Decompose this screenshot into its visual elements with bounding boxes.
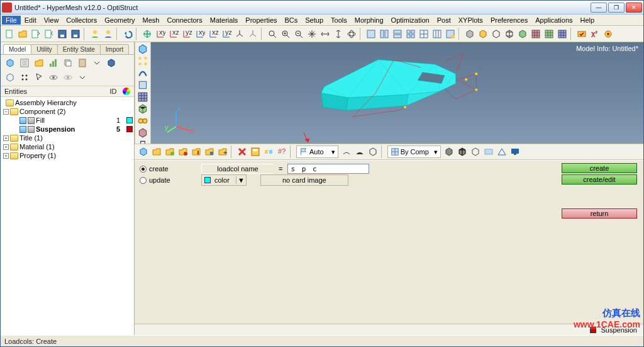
mesh2-icon[interactable] — [543, 28, 555, 40]
vt-mesh2d-icon[interactable] — [136, 91, 150, 103]
display-mode-dropdown[interactable]: By Comp ▾ — [387, 145, 441, 158]
lxz-icon[interactable]: xz — [167, 28, 180, 40]
vt-line-icon[interactable] — [136, 67, 150, 79]
3d-viewport[interactable]: Model Info: Untitled* — [151, 42, 643, 144]
zoom-fit-icon[interactable] — [266, 28, 279, 40]
bt-folder1-icon[interactable] — [150, 145, 163, 158]
win2-icon[interactable] — [378, 28, 391, 40]
s-eye2-icon[interactable] — [61, 71, 75, 84]
tab-import[interactable]: Import — [100, 44, 129, 54]
new-icon[interactable] — [3, 28, 16, 40]
s-copy-icon[interactable] — [61, 56, 75, 70]
bt-arc2-icon[interactable] — [353, 145, 366, 158]
tab-utility[interactable]: Utility — [31, 44, 57, 54]
bt-shaded-icon[interactable] — [443, 145, 455, 158]
bt-loadcol-icon[interactable] — [190, 145, 203, 158]
menu-geometry[interactable]: Geometry — [101, 16, 138, 25]
menu-view[interactable]: View — [40, 16, 63, 25]
tree-suspension[interactable]: Suspension 5 — [2, 125, 133, 134]
axis-xyz-icon[interactable] — [233, 28, 246, 40]
menu-connectors[interactable]: Connectors — [163, 16, 206, 25]
card-image-button[interactable]: no card image — [260, 174, 348, 186]
export-icon[interactable] — [43, 28, 55, 40]
bt-shadededge-icon[interactable] — [456, 145, 469, 158]
bt-delete-icon[interactable] — [236, 145, 248, 158]
rotate-free-icon[interactable] — [345, 28, 358, 40]
save-as-icon[interactable] — [69, 28, 82, 40]
s-cursor-icon[interactable] — [32, 71, 46, 84]
shade1-icon[interactable] — [464, 28, 476, 40]
menu-file[interactable]: File — [2, 16, 21, 25]
s-dd-icon[interactable] — [90, 56, 104, 70]
menu-morphing[interactable]: Morphing — [351, 16, 387, 25]
bt-folder3-icon[interactable] — [177, 145, 189, 158]
import-geom-icon[interactable] — [30, 28, 42, 40]
s-dd2-icon[interactable] — [75, 71, 89, 84]
menu-collectors[interactable]: Collectors — [62, 16, 101, 25]
s-shade-icon[interactable] — [104, 56, 118, 70]
win5-icon[interactable] — [418, 28, 430, 40]
menu-setup[interactable]: Setup — [301, 16, 327, 25]
xlist-icon[interactable]: χ² — [589, 28, 601, 40]
s-tree-icon[interactable] — [18, 56, 31, 70]
radio-create[interactable]: create — [140, 165, 196, 173]
shade3-icon[interactable] — [516, 28, 529, 40]
vt-mat-icon[interactable] — [136, 127, 150, 139]
vt-mesh3d-icon[interactable] — [136, 103, 150, 115]
bt-card-icon[interactable] — [249, 145, 262, 158]
create-button[interactable]: create — [562, 163, 637, 173]
win6-icon[interactable] — [431, 28, 443, 40]
menu-post[interactable]: Post — [433, 16, 455, 25]
close-button[interactable]: ✕ — [626, 3, 642, 13]
arrows-lr-icon[interactable] — [319, 28, 331, 40]
win3-icon[interactable] — [391, 28, 404, 40]
bt-box-icon[interactable] — [367, 145, 379, 158]
return-button[interactable]: return — [562, 208, 637, 219]
user-icon[interactable] — [89, 28, 101, 40]
tab-entity[interactable]: Entity State — [57, 44, 101, 54]
bt-wire2-icon[interactable] — [469, 145, 482, 158]
s-bar-icon[interactable] — [47, 56, 60, 70]
minimize-button[interactable]: — — [591, 3, 607, 13]
mesh3-icon[interactable] — [556, 28, 569, 40]
target-icon[interactable] — [602, 28, 614, 40]
zoom-in-icon[interactable] — [279, 28, 292, 40]
s-paste-icon[interactable] — [75, 56, 89, 70]
menu-applications[interactable]: Applications — [531, 16, 576, 25]
expand-icon[interactable]: + — [3, 135, 9, 141]
save-icon[interactable] — [56, 28, 69, 40]
expand-icon[interactable]: + — [3, 144, 9, 150]
bt-transp-icon[interactable] — [482, 145, 495, 158]
vt-surf-icon[interactable] — [136, 79, 150, 91]
select-mode-dropdown[interactable]: Auto ▾ — [296, 145, 338, 158]
shade2-icon[interactable] — [477, 28, 489, 40]
maximize-button[interactable]: ❐ — [608, 3, 625, 13]
loadcol-name-input[interactable] — [287, 164, 369, 174]
tree-fill[interactable]: Fill 1 — [2, 116, 133, 125]
bt-comp-icon[interactable] — [137, 145, 150, 158]
menu-preferences[interactable]: Preferences — [487, 16, 531, 25]
menu-xyplots[interactable]: XYPlots — [455, 16, 487, 25]
bt-renumber-icon[interactable]: #? — [275, 145, 288, 158]
win1-icon[interactable] — [365, 28, 377, 40]
user2-icon[interactable] — [102, 28, 114, 40]
vt-connector-icon[interactable] — [136, 115, 150, 127]
vt-nodes-icon[interactable] — [136, 55, 150, 67]
tree-property[interactable]: + Property (1) — [2, 151, 133, 160]
color-picker-button[interactable]: color ▼ — [201, 174, 247, 186]
lyz2-icon[interactable]: yz — [220, 28, 233, 40]
menu-tools[interactable]: Tools — [327, 16, 351, 25]
model-tree[interactable]: Assembly Hierarchy − Component (2) Fill … — [1, 97, 134, 335]
open-icon[interactable] — [16, 28, 29, 40]
axis-rot-icon[interactable] — [141, 28, 153, 40]
collapse-icon[interactable]: − — [3, 109, 9, 115]
bt-folder5-icon[interactable] — [203, 145, 216, 158]
s-dots-icon[interactable] — [18, 71, 31, 84]
create-edit-button[interactable]: create/edit — [562, 174, 637, 185]
undo-icon[interactable] — [121, 28, 134, 40]
tab-model[interactable]: Model — [3, 44, 31, 54]
tree-material[interactable]: + Material (1) — [2, 142, 133, 151]
lxy2-icon[interactable]: xy — [194, 28, 206, 40]
menu-optimization[interactable]: Optimization — [387, 16, 433, 25]
s-cube-icon[interactable] — [3, 56, 17, 70]
